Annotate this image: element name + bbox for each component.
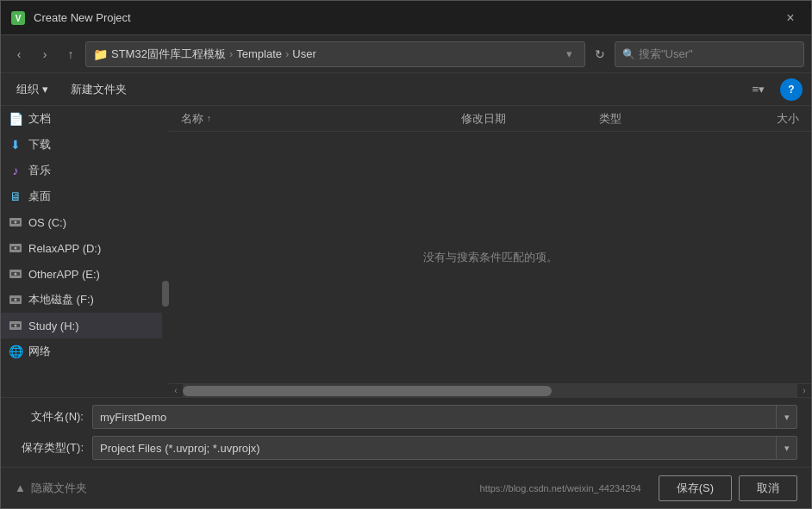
svg-point-13 [15,299,17,301]
col-header-date[interactable]: 修改日期 [458,106,596,131]
drive-f-icon [8,292,23,307]
drive-d-icon [8,240,23,256]
col-header-type[interactable]: 类型 [596,106,734,131]
sidebar-item-label: Study (H:) [28,320,79,332]
filetype-input-wrap: ▾ [92,436,797,460]
sidebar-item-label: OtherAPP (E:) [28,268,100,281]
view-icon: ≡ [753,83,759,96]
file-area: 名称 ↑ 修改日期 类型 大小 没有与搜索条件匹配的项。 ‹ [169,106,811,397]
path-part-2: Template [236,47,282,60]
sidebar-item-desktop[interactable]: 🖥 桌面 [1,183,168,209]
app-icon: V [9,9,27,27]
col-header-size[interactable]: 大小 [734,106,803,131]
network-icon: 🌐 [8,344,23,359]
svg-point-4 [15,221,17,224]
drive-h-icon [8,318,23,333]
sidebar-item-d-drive[interactable]: RelaxAPP (D:) [1,235,168,261]
column-headers: 名称 ↑ 修改日期 类型 大小 [169,106,811,132]
sidebar-item-music[interactable]: ♪ 音乐 [1,158,168,183]
refresh-button[interactable]: ↻ [589,43,611,65]
filetype-dropdown-button[interactable]: ▾ [776,437,796,459]
sidebar-item-label: 下载 [28,137,51,152]
address-bar: ‹ › ↑ 📁 STM32固件库工程模板 › Template › User ▾… [1,35,811,73]
sidebar-item-downloads[interactable]: ⬇ 下载 [1,132,168,158]
desktop-icon: 🖥 [8,189,23,204]
filetype-label: 保存类型(T): [15,440,92,456]
hide-folder-label: 隐藏文件夹 [31,481,87,496]
h-scroll-right-button[interactable]: › [797,384,811,398]
sidebar-item-network[interactable]: 🌐 网络 [1,338,168,364]
toolbar: 组织 ▾ 新建文件夹 ≡ ▾ ? [1,73,811,106]
filename-input-wrap: ▾ [92,405,797,429]
sidebar: 📄 文档 ⬇ 下载 ♪ 音乐 🖥 桌面 [1,106,169,364]
hide-folder-toggle[interactable]: ▲ 隐藏文件夹 [15,481,87,496]
search-input[interactable] [639,47,796,60]
close-button[interactable]: × [778,6,803,30]
drive-e-icon [8,266,23,282]
h-scroll-thumb [183,386,552,396]
sidebar-item-c-drive[interactable]: OS (C:) [1,209,168,235]
bottom-panel: 文件名(N): ▾ 保存类型(T): ▾ [1,397,811,467]
music-icon: ♪ [8,163,23,178]
sidebar-item-label: RelaxAPP (D:) [28,242,101,255]
sidebar-item-label: 文档 [28,111,51,127]
new-folder-button[interactable]: 新建文件夹 [64,78,134,101]
filetype-input[interactable] [93,437,776,459]
svg-point-16 [15,325,17,327]
organize-arrow: ▾ [42,83,48,96]
nav-up-button[interactable]: ↑ [59,43,82,65]
search-icon: 🔍 [622,48,635,60]
svg-text:V: V [16,14,22,23]
filetype-row: 保存类型(T): ▾ [15,436,797,460]
sidebar-item-h-drive[interactable]: Study (H:) [1,313,168,338]
path-sep-2: › [285,47,289,60]
sidebar-item-label: 本地磁盘 (F:) [28,292,94,307]
address-path[interactable]: 📁 STM32固件库工程模板 › Template › User ▾ [85,41,585,67]
main-content: 📄 文档 ⬇ 下载 ♪ 音乐 🖥 桌面 [1,106,811,397]
path-part-3: User [292,47,315,60]
sidebar-scroll-thumb [162,281,169,307]
filename-dropdown-button[interactable]: ▾ [776,406,796,428]
svg-point-10 [15,273,17,276]
sort-arrow: ↑ [207,114,211,123]
nav-forward-button[interactable]: › [34,43,56,65]
h-scroll-left-button[interactable]: ‹ [169,384,183,398]
help-button[interactable]: ? [780,78,803,101]
sidebar-item-label: 网络 [28,344,51,359]
organize-label: 组织 [16,82,39,97]
sidebar-item-f-drive[interactable]: 本地磁盘 (F:) [1,287,168,313]
cancel-button[interactable]: 取消 [739,475,797,501]
downloads-icon: ⬇ [8,137,23,152]
filename-input[interactable] [93,406,776,428]
sidebar-item-label: 桌面 [28,189,51,204]
sidebar-wrapper: 📄 文档 ⬇ 下载 ♪ 音乐 🖥 桌面 [1,106,169,397]
filename-row: 文件名(N): ▾ [15,405,797,429]
drive-c-icon [8,214,23,230]
dialog-title: Create New Project [34,11,778,24]
nav-back-button[interactable]: ‹ [8,43,30,65]
hide-folder-icon: ▲ [15,481,26,494]
empty-message: 没有与搜索条件匹配的项。 [423,250,558,265]
search-box: 🔍 [615,41,804,67]
sidebar-scrollbar[interactable] [162,106,169,397]
h-scroll-track[interactable] [183,384,797,398]
sidebar-item-label: OS (C:) [28,216,66,229]
col-header-name[interactable]: 名称 ↑ [178,106,458,131]
footer: ▲ 隐藏文件夹 https://blog.csdn.net/weixin_442… [1,467,811,508]
sidebar-item-e-drive[interactable]: OtherAPP (E:) [1,261,168,287]
save-button[interactable]: 保存(S) [659,475,732,501]
horizontal-scrollbar[interactable]: ‹ › [169,383,811,397]
organize-button[interactable]: 组织 ▾ [9,78,55,101]
documents-icon: 📄 [8,111,23,127]
file-list[interactable]: 没有与搜索条件匹配的项。 [169,132,811,383]
path-part-1: STM32固件库工程模板 [111,47,226,62]
folder-icon: 📁 [93,47,108,61]
svg-point-7 [15,247,17,250]
path-dropdown-arrow[interactable]: ▾ [560,47,578,60]
title-bar: V Create New Project × [1,1,811,35]
sidebar-item-documents[interactable]: 📄 文档 [1,106,168,132]
sidebar-item-label: 音乐 [28,163,51,178]
filename-label: 文件名(N): [15,409,92,425]
path-sep-1: › [229,47,233,60]
view-button[interactable]: ≡ ▾ [746,78,771,101]
